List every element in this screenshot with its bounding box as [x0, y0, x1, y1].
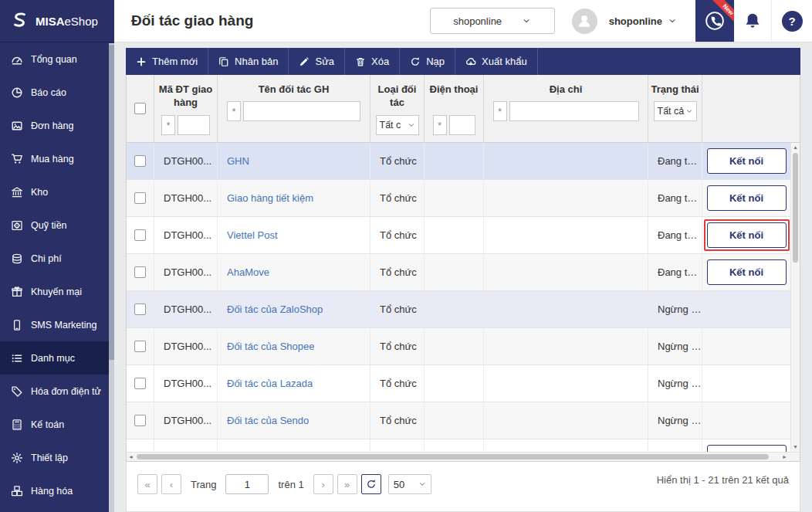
- table-row[interactable]: DTGH00... Đối tác của Shopee Tổ chức Ngừ…: [127, 328, 790, 365]
- row-type: Tổ chức: [370, 303, 417, 315]
- connect-button[interactable]: Kết nối: [707, 445, 787, 452]
- row-address-cell: [484, 180, 648, 216]
- plus-toolbar-button[interactable]: Thêm mới: [126, 48, 208, 75]
- sidebar-item-gift[interactable]: Khuyến mại: [0, 275, 114, 308]
- filter-operator-button[interactable]: *: [433, 115, 447, 135]
- filter-name: *: [227, 101, 360, 121]
- vertical-scrollbar-thumb[interactable]: [793, 153, 798, 263]
- row-checkbox[interactable]: [134, 303, 146, 315]
- filter-select-status[interactable]: Tất cả: [654, 101, 697, 121]
- table-row[interactable]: DTGH00... Đối tác của ZaloShop Tổ chức N…: [127, 291, 790, 328]
- pencil-toolbar-button[interactable]: Sửa: [289, 48, 345, 75]
- table-row[interactable]: DTGH00... Viettel Post Tổ chức Đang the.…: [127, 217, 790, 254]
- filter-input-address[interactable]: [509, 101, 639, 121]
- column-header-code[interactable]: Mã ĐT giao hàng *: [154, 75, 218, 142]
- first-page-button[interactable]: «: [137, 474, 157, 494]
- partner-name-link[interactable]: Giao hàng tiết kiệm: [218, 192, 313, 204]
- export-toolbar-button[interactable]: Xuất khẩu: [455, 48, 538, 75]
- sms-icon: [11, 319, 23, 331]
- horizontal-scrollbar[interactable]: ◄ ►: [127, 452, 800, 461]
- app-logo[interactable]: MISAeShop: [0, 0, 114, 42]
- prev-page-button[interactable]: ‹: [161, 474, 181, 494]
- sidebar-item-sms[interactable]: SMS Marketing: [0, 308, 114, 341]
- table-row[interactable]: DTGH00... Đối tác của Lazada Tổ chức Ngừ…: [127, 365, 790, 402]
- filter-select-type[interactable]: Tất c: [376, 115, 419, 135]
- scroll-up-arrow-icon[interactable]: ▲: [791, 144, 800, 151]
- horizontal-scrollbar-thumb[interactable]: [137, 454, 769, 459]
- connect-button[interactable]: Kết nối: [707, 259, 787, 285]
- row-checkbox[interactable]: [134, 266, 146, 278]
- row-checkbox[interactable]: [134, 229, 146, 241]
- refresh-toolbar-button[interactable]: Nạp: [400, 48, 455, 75]
- partner-name-link[interactable]: GHN: [218, 155, 249, 167]
- user-menu[interactable]: shoponline: [572, 8, 677, 34]
- sidebar-item-dashboard[interactable]: Tổng quan: [0, 42, 114, 76]
- connect-button[interactable]: Kết nối: [707, 185, 787, 211]
- filter-input-name[interactable]: [243, 101, 360, 121]
- row-code-cell: DTGH00...: [154, 217, 218, 253]
- next-page-button[interactable]: ›: [313, 474, 333, 494]
- table-row[interactable]: DTGH00... Đối tác của Sendo Tổ chức Ngừn…: [127, 402, 790, 439]
- duplicate-toolbar-button[interactable]: Nhân bản: [208, 48, 289, 75]
- partner-name-link[interactable]: Viettel Post: [218, 229, 278, 241]
- scroll-right-arrow-icon[interactable]: ►: [780, 453, 789, 461]
- help-button[interactable]: ?: [771, 0, 812, 42]
- sidebar-item-expense[interactable]: Chi phí: [0, 242, 114, 275]
- shop-select-dropdown[interactable]: shoponline: [430, 8, 555, 34]
- sidebar-item-label: Báo cáo: [31, 87, 66, 98]
- select-all-checkbox[interactable]: [134, 103, 146, 114]
- partner-name-link[interactable]: Đối tác của Shopee: [218, 341, 314, 352]
- row-name-cell: AhaMove: [218, 254, 370, 290]
- refresh-list-button[interactable]: [361, 474, 381, 494]
- page-number-input[interactable]: [225, 474, 269, 494]
- sidebar-item-gear[interactable]: Thiết lập: [0, 441, 114, 474]
- table-row[interactable]: DTGH00... GHN Tổ chức Đang the... Kết nố…: [127, 143, 790, 180]
- sidebar-item-label: Kế toán: [31, 419, 64, 430]
- table-row[interactable]: DTGH00... AhaMove Tổ chức Đang the... Kế…: [127, 254, 790, 291]
- column-header-status[interactable]: Trạng thái Tất cả: [648, 75, 702, 142]
- row-action-cell: [702, 365, 790, 402]
- column-header-address[interactable]: Địa chỉ *: [484, 75, 648, 142]
- filter-input-phone[interactable]: [449, 115, 475, 135]
- support-phone-button[interactable]: New: [695, 0, 734, 42]
- column-header-name[interactable]: Tên đối tác GH *: [218, 75, 370, 142]
- row-checkbox[interactable]: [134, 378, 146, 389]
- filter-operator-button[interactable]: *: [161, 115, 175, 135]
- row-checkbox[interactable]: [134, 155, 146, 167]
- connect-button[interactable]: Kết nối: [707, 222, 787, 248]
- page-size-select[interactable]: 50: [388, 474, 431, 494]
- partner-name-link[interactable]: Đối tác của Lazada: [218, 378, 313, 389]
- trash-toolbar-button[interactable]: Xóa: [345, 48, 400, 75]
- sidebar-item-order[interactable]: Đơn hàng: [0, 109, 114, 142]
- filter-input-code[interactable]: [178, 115, 210, 135]
- table-row[interactable]: DTGH00... Giao hàng tiết kiệm Tổ chức Đa…: [127, 180, 790, 217]
- table-row[interactable]: Kết nối: [127, 439, 790, 452]
- partner-name-link[interactable]: Đối tác của Sendo: [218, 415, 309, 426]
- sidebar-item-calculator[interactable]: Kế toán: [0, 408, 114, 441]
- sidebar-item-report[interactable]: Báo cáo: [0, 76, 114, 109]
- scroll-left-arrow-icon[interactable]: ◄: [127, 453, 135, 461]
- row-checkbox[interactable]: [134, 341, 146, 352]
- sidebar-scrollbar[interactable]: [109, 43, 114, 512]
- vertical-scrollbar[interactable]: ▲ ▼: [790, 143, 800, 452]
- filter-operator-button[interactable]: *: [227, 101, 241, 121]
- last-page-button[interactable]: »: [337, 474, 357, 494]
- row-checkbox[interactable]: [134, 415, 146, 426]
- notifications-button[interactable]: [734, 0, 771, 42]
- sidebar-item-list[interactable]: Danh mục: [0, 341, 114, 375]
- sidebar-item-invoice[interactable]: Hóa đơn điện tử: [0, 375, 114, 408]
- filter-operator-button[interactable]: *: [493, 101, 507, 121]
- column-header-type[interactable]: Loại đối tác Tất c: [370, 75, 425, 142]
- connect-button[interactable]: Kết nối: [707, 148, 787, 174]
- sidebar-scrollbar-thumb[interactable]: [109, 45, 114, 360]
- scroll-down-arrow-icon[interactable]: ▼: [791, 443, 800, 451]
- sidebar-item-warehouse[interactable]: Kho: [0, 175, 114, 209]
- column-header-phone[interactable]: Điện thoại *: [425, 75, 484, 142]
- partner-name-link[interactable]: AhaMove: [218, 266, 269, 278]
- sidebar-item-cash[interactable]: Quỹ tiền: [0, 209, 114, 242]
- sidebar-item-cart[interactable]: Mua hàng: [0, 142, 114, 175]
- row-checkbox[interactable]: [134, 192, 146, 204]
- partner-name-link[interactable]: Đối tác của ZaloShop: [218, 303, 323, 315]
- sidebar-item-goods[interactable]: Hàng hóa: [0, 474, 114, 507]
- filter-select-type-value: Tất c: [380, 120, 401, 131]
